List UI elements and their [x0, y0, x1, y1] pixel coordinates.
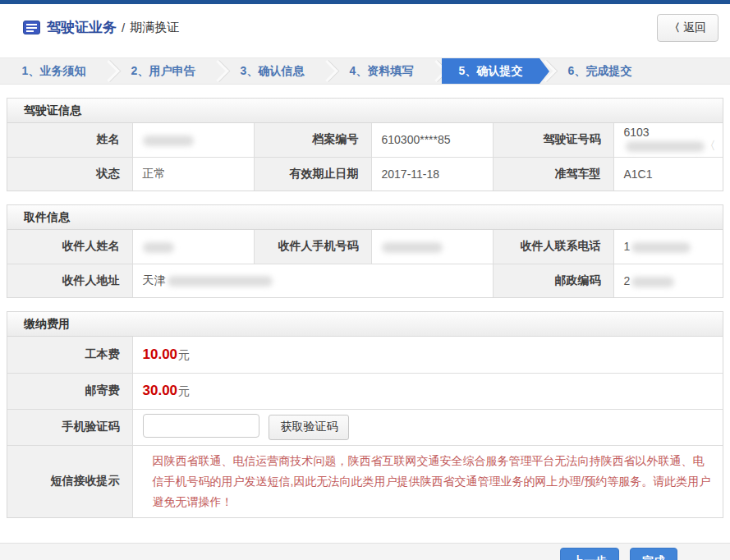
table-row: 姓名 档案编号 610300****85 驾驶证号码 6103〈 [7, 123, 723, 157]
redacted-value [168, 276, 273, 287]
fees-section: 缴纳费用 工本费 10.00元 邮寄费 30.00元 手机验证码 获取验证码 短… [7, 311, 723, 518]
table-row: 状态 正常 有效期止日期 2017-11-18 准驾车型 A1C1 [7, 157, 723, 190]
mailing-fee-amount: 30.00 [143, 383, 178, 398]
recipient-tel-value: 1 [613, 230, 723, 264]
breadcrumb-current: 期满换证 [130, 20, 179, 35]
main-content: 驾驶证信息 姓名 档案编号 610300****85 驾驶证号码 6103〈 状… [0, 85, 730, 518]
back-button-label: 返回 [683, 21, 706, 35]
sms-code-input[interactable] [143, 414, 259, 438]
sms-notice-cell: 因陕西省联通、电信运营商技术问题，陕西省互联网交通安全综合服务管理平台无法向持陕… [132, 445, 723, 517]
file-no-value: 610300****85 [371, 123, 493, 157]
recipient-name-value [132, 230, 254, 264]
fees-table: 工本费 10.00元 邮寄费 30.00元 手机验证码 获取验证码 短信接收提示… [7, 337, 723, 517]
table-row: 工本费 10.00元 [7, 337, 723, 373]
mailing-fee-label: 邮寄费 [7, 373, 132, 409]
get-sms-code-button[interactable]: 获取验证码 [269, 415, 349, 440]
name-value [132, 123, 254, 157]
sms-notice-text: 因陕西省联通、电信运营商技术问题，陕西省互联网交通安全综合服务管理平台无法向持陕… [143, 446, 723, 517]
license-info-table: 姓名 档案编号 610300****85 驾驶证号码 6103〈 状态 正常 有… [7, 123, 723, 190]
license-no-value: 6103〈 [613, 123, 723, 157]
table-row: 手机验证码 获取验证码 [7, 409, 723, 445]
sms-code-cell: 获取验证码 [132, 409, 723, 445]
postal-code-label: 邮政编码 [493, 264, 613, 297]
recipient-mobile-value [371, 230, 493, 264]
recipient-tel-prefix: 1 [624, 240, 631, 253]
wizard-steps: 1、业务须知 2、用户申告 3、确认信息 4、资料填写 5、确认提交 6、完成提… [0, 57, 730, 85]
postal-code-value: 2 [613, 264, 723, 297]
license-no-prefix: 6103 [624, 126, 650, 139]
table-row: 邮寄费 30.00元 [7, 373, 723, 409]
pickup-info-section-title: 取件信息 [7, 205, 723, 230]
recipient-mobile-label: 收件人手机号码 [254, 230, 371, 264]
license-info-section-title: 驾驶证信息 [7, 99, 723, 123]
step-5-confirm-submit-active: 5、确认提交 [442, 58, 539, 84]
sms-code-label: 手机验证码 [7, 409, 132, 445]
breadcrumb-separator: / [122, 21, 125, 34]
table-row: 短信接收提示 因陕西省联通、电信运营商技术问题，陕西省互联网交通安全综合服务管理… [7, 445, 723, 517]
redacted-value [631, 242, 691, 253]
redacted-value [143, 135, 194, 146]
mailing-fee-value: 30.00元 [132, 373, 723, 409]
expiry-value: 2017-11-18 [371, 157, 493, 190]
step-separator-icon [103, 58, 114, 84]
recipient-address-prefix: 天津 [143, 273, 166, 287]
recipient-tel-label: 收件人联系电话 [493, 230, 613, 264]
status-value: 正常 [132, 157, 254, 190]
back-chevron-icon: 〈 [669, 21, 680, 35]
pickup-info-table: 收件人姓名 收件人手机号码 收件人联系电话 1 收件人地址 天津 邮政编码 2 [7, 230, 723, 297]
vehicle-class-value: A1C1 [613, 157, 723, 190]
redacted-value [143, 242, 174, 253]
currency-unit: 元 [178, 348, 190, 361]
license-list-icon [23, 21, 40, 34]
footer-action-bar: 上一步 完成 [0, 543, 730, 560]
recipient-address-value: 天津 [132, 264, 493, 297]
page-title: 驾驶证业务 [47, 18, 117, 37]
file-no-label: 档案编号 [254, 123, 371, 157]
postal-code-prefix: 2 [624, 274, 631, 287]
license-no-label: 驾驶证号码 [493, 123, 613, 157]
recipient-address-label: 收件人地址 [7, 264, 132, 297]
vehicle-class-label: 准驾车型 [493, 157, 613, 190]
license-info-section: 驾驶证信息 姓名 档案编号 610300****85 驾驶证号码 6103〈 状… [7, 98, 723, 191]
table-row: 收件人地址 天津 邮政编码 2 [7, 264, 723, 297]
name-label: 姓名 [7, 123, 132, 157]
redacted-value [382, 242, 443, 253]
step-separator-icon [212, 58, 223, 84]
table-row: 收件人姓名 收件人手机号码 收件人联系电话 1 [7, 230, 723, 264]
production-fee-value: 10.00元 [132, 337, 723, 373]
production-fee-label: 工本费 [7, 337, 132, 373]
production-fee-amount: 10.00 [143, 347, 178, 362]
step-4-fill-materials: 4、资料填写 [333, 58, 430, 84]
finish-button[interactable]: 完成 [630, 548, 677, 560]
recipient-name-label: 收件人姓名 [7, 230, 132, 264]
status-label: 状态 [7, 157, 132, 190]
step-6-complete-submit: 6、完成提交 [551, 58, 649, 84]
back-button[interactable]: 〈 返回 [657, 14, 719, 42]
step-separator-icon [430, 58, 442, 84]
step-separator-icon [321, 58, 333, 84]
sms-notice-label: 短信接收提示 [7, 445, 132, 517]
redacted-value [631, 277, 674, 287]
step-1-business-notice: 1、业务须知 [5, 58, 103, 84]
step-3-confirm-info: 3、确认信息 [223, 58, 321, 84]
expiry-label: 有效期止日期 [254, 157, 371, 190]
fees-section-title: 缴纳费用 [7, 312, 723, 337]
page-header: 驾驶证业务 / 期满换证 〈 返回 [0, 4, 730, 51]
step-2-user-declaration: 2、用户申告 [114, 58, 212, 84]
currency-unit: 元 [178, 384, 190, 397]
previous-step-button[interactable]: 上一步 [560, 548, 619, 560]
pickup-info-section: 取件信息 收件人姓名 收件人手机号码 收件人联系电话 1 收件人地址 天津 邮政… [7, 204, 723, 298]
redacted-tail: 〈 [705, 139, 716, 152]
redacted-value [626, 141, 705, 152]
